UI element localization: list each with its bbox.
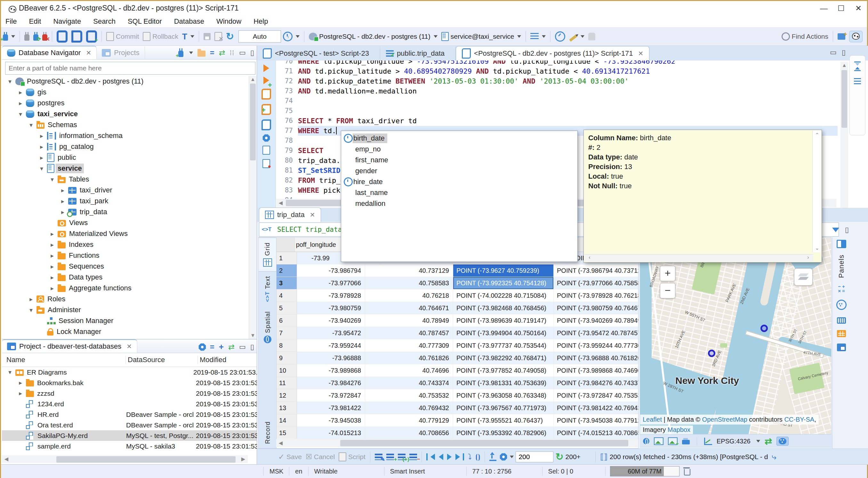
grid-cell[interactable]: POINT (-74.015213 40.708656): [554, 427, 639, 439]
map-marker[interactable]: [708, 350, 715, 357]
grid-cell[interactable]: POINT (-73.945038 40.779129): [554, 414, 639, 427]
tree-item[interactable]: Views: [2, 217, 248, 228]
copy-image-icon[interactable]: +: [668, 437, 678, 445]
sql-line[interactable]: 71AND td.pickup_latitude > 40.6895402780…: [276, 66, 838, 76]
row-number-cell[interactable]: 11: [277, 377, 297, 389]
grid-cell[interactable]: 40.764671: [365, 302, 453, 315]
tree-item[interactable]: Lock Manager: [2, 326, 248, 337]
grid-cell[interactable]: POINT (-73.981422 40.769432): [554, 402, 639, 414]
map-zoom-out-button[interactable]: −: [660, 283, 675, 298]
chevron-down-icon[interactable]: [756, 440, 760, 443]
table-row[interactable]: HR.erd DBeaver Sample - orcl 2019-08-15 …: [2, 409, 257, 420]
grid-cell[interactable]: 40.708656: [365, 427, 453, 439]
grid-cell[interactable]: -73.96888: [297, 352, 365, 364]
menu-item[interactable]: Search: [93, 17, 116, 26]
transaction-log-button[interactable]: [71, 30, 82, 42]
metadata-panel-icon[interactable]: [837, 317, 846, 324]
row-number-cell[interactable]: 14: [277, 414, 297, 427]
sql-line-code[interactable]: SELECT: [298, 146, 323, 156]
row-number-cell[interactable]: 12: [277, 389, 297, 402]
expander-icon[interactable]: ▸: [36, 143, 47, 150]
navigator-scrollbar[interactable]: ▲ ▼: [249, 76, 257, 339]
map-export-icon[interactable]: [643, 438, 649, 444]
grid-cell[interactable]: -73.972847: [297, 389, 365, 402]
row-number-cell[interactable]: 8: [277, 339, 297, 352]
goto-row-button[interactable]: ⤵: [468, 452, 472, 461]
performance-button[interactable]: [555, 31, 565, 41]
query-history-button[interactable]: [283, 32, 300, 41]
tree-item[interactable]: ▸ information_schema: [2, 130, 248, 141]
grid-cell[interactable]: POINT (-73.986794 40.737129): [554, 265, 639, 277]
expander-icon[interactable]: ▸: [47, 241, 58, 248]
tree-item[interactable]: ▸ Sequences: [2, 261, 248, 272]
grid-cell[interactable]: 40.753532: [365, 389, 453, 402]
expander-icon[interactable]: ▸: [15, 390, 26, 397]
rotate-panel-button[interactable]: ⤷: [772, 452, 776, 462]
new-connection-button[interactable]: +: [3, 32, 15, 41]
tooltip-vscrollbar[interactable]: ⌃ ⌄: [812, 131, 821, 252]
sql-line[interactable]: 76SELECT * FROM taxi_driver td: [276, 116, 838, 126]
add-folder-icon[interactable]: [197, 51, 206, 57]
grid-cell[interactable]: POINT (-73.96888 40.761826): [554, 352, 639, 364]
spatial-map-view[interactable]: BROADWAYBROADWAYPARK AVE2ND AVE3RD AVEW …: [640, 237, 832, 435]
first-row-button[interactable]: [426, 453, 435, 460]
execute-new-tab-icon[interactable]: [264, 77, 269, 84]
editor-tab[interactable]: public.trip_data: [380, 47, 456, 61]
table-row[interactable]: ▸ zzzsd 2019-08-15 23:01:53.432: [2, 388, 257, 398]
grid-cell[interactable]: POINT (-73.989639 40.719147): [453, 315, 554, 327]
minimize-panel-icon[interactable]: ▭: [239, 49, 246, 57]
table-row[interactable]: 10-73.98986840.74696POINT (-73.977852 40…: [277, 364, 638, 377]
sql-line[interactable]: 70WHERE td.pickup_longitude > -73.954751…: [276, 61, 838, 66]
pointer-tool-button[interactable]: [588, 33, 595, 40]
grid-cell[interactable]: POINT (-73.963058 40.763348): [453, 389, 554, 402]
server-output-icon[interactable]: [854, 61, 861, 71]
map-marker[interactable]: [761, 325, 768, 332]
tree-item[interactable]: ▸ postgres: [2, 98, 248, 109]
grid-cell[interactable]: POINT (-73.992325 40.754128): [453, 277, 554, 290]
close-window-button[interactable]: ✕: [850, 3, 867, 14]
grid-cell[interactable]: 40.787457: [365, 327, 453, 339]
map-zoom-in-button[interactable]: +: [660, 266, 675, 281]
grid-cell[interactable]: 40.777309: [365, 339, 453, 352]
execution-log-icon[interactable]: [854, 78, 861, 85]
sql-line-code[interactable]: AND td.medallion=e.medallion: [298, 86, 417, 96]
collapse-all-icon[interactable]: =: [210, 342, 214, 352]
maximize-panel-icon[interactable]: ▯: [250, 49, 254, 57]
grid-cell[interactable]: -73.989868: [297, 364, 365, 377]
minimize-editor-icon[interactable]: ▭: [830, 48, 837, 57]
expander-icon[interactable]: ▸: [57, 208, 68, 216]
expander-icon[interactable]: ▸: [47, 285, 58, 292]
presentation-tab-grid[interactable]: Grid: [258, 238, 277, 271]
collapse-all-icon[interactable]: =: [210, 48, 214, 57]
autocomplete-item[interactable]: emp_no: [341, 144, 578, 155]
row-number-cell[interactable]: 5: [277, 302, 297, 315]
grid-cell[interactable]: POINT (-73.977737 40.753544): [453, 339, 554, 352]
table-row[interactable]: 14-73.94503840.779129POINT (-73.955521 4…: [277, 414, 638, 427]
grid-cell[interactable]: POINT (-73.959244 40.777309): [554, 339, 639, 352]
tree-item[interactable]: ▾ PostgreSQL - db2.dev - postgres (11): [2, 76, 248, 87]
column-header-modified[interactable]: Modified: [197, 356, 257, 364]
active-connection-combo[interactable]: PostgreSQL - db2.dev - postgres (11): [309, 33, 437, 40]
table-row[interactable]: 1234.erd 2019-08-15 23:01:53.352: [2, 398, 257, 409]
row-number-cell[interactable]: 3: [277, 277, 297, 290]
grid-cell[interactable]: -73.940269: [297, 315, 365, 327]
expander-icon[interactable]: ▾: [4, 368, 16, 376]
tree-item[interactable]: Session Manager: [2, 316, 248, 326]
table-row[interactable]: 15-74.01521340.708656POINT (-73.953392 4…: [277, 427, 638, 439]
execute-script-icon[interactable]: [261, 89, 271, 99]
grid-hscrollbar[interactable]: ◀: [276, 439, 638, 447]
expander-icon[interactable]: ▸: [15, 89, 26, 96]
presentation-tab-spatial[interactable]: Spatial: [264, 307, 271, 348]
grid-cell[interactable]: 40.743374: [365, 377, 453, 389]
map-layers-control[interactable]: [794, 268, 813, 286]
tree-item[interactable]: ▾ Schemas: [2, 119, 248, 130]
references-panel-icon[interactable]: [837, 330, 846, 337]
tree-item[interactable]: ▸ pg_catalog: [2, 141, 248, 152]
expander-icon[interactable]: ▸: [36, 132, 47, 140]
sql-line[interactable]: 75: [276, 106, 838, 116]
save-results-button[interactable]: ✓Save: [278, 452, 302, 461]
grid-cell[interactable]: POINT (-73.984276 40.743374): [554, 377, 639, 389]
grid-cell[interactable]: -73.977066: [297, 277, 365, 290]
tree-item[interactable]: ▸ Indexes: [2, 239, 248, 250]
table-row[interactable]: 11-73.98427640.743374POINT (-73.981331 4…: [277, 377, 638, 389]
